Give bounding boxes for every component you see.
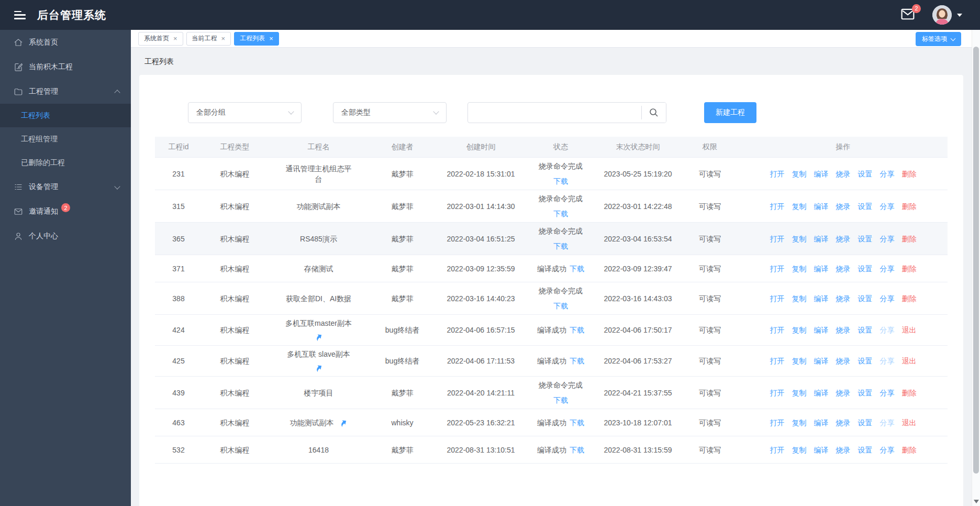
- download-link[interactable]: 下载: [570, 265, 584, 273]
- sidebar-item-home[interactable]: 系统首页: [0, 30, 131, 54]
- scrollbar-thumb[interactable]: [973, 47, 979, 474]
- action-settings[interactable]: 设置: [858, 234, 873, 244]
- action-burn[interactable]: 烧录: [836, 169, 851, 179]
- tab-close-icon[interactable]: ×: [269, 35, 273, 42]
- new-project-button[interactable]: 新建工程: [704, 102, 756, 123]
- action-delete[interactable]: 删除: [902, 201, 917, 212]
- action-settings[interactable]: 设置: [858, 325, 873, 335]
- action-burn[interactable]: 烧录: [836, 388, 851, 398]
- tab-close-icon[interactable]: ×: [221, 35, 226, 42]
- action-compile[interactable]: 编译: [814, 445, 829, 455]
- action-compile[interactable]: 编译: [814, 325, 829, 335]
- action-open[interactable]: 打开: [770, 201, 785, 212]
- action-copy[interactable]: 复制: [792, 356, 807, 366]
- action-burn[interactable]: 烧录: [836, 263, 851, 274]
- download-link[interactable]: 下载: [553, 176, 568, 186]
- action-share[interactable]: 分享: [880, 445, 895, 455]
- sidebar-item-project-list[interactable]: 工程列表: [0, 104, 131, 127]
- action-burn[interactable]: 烧录: [836, 445, 851, 455]
- download-link[interactable]: 下载: [570, 326, 584, 334]
- action-compile[interactable]: 编译: [814, 234, 829, 244]
- action-compile[interactable]: 编译: [814, 263, 829, 274]
- action-share[interactable]: 分享: [880, 263, 895, 274]
- action-exit[interactable]: 退出: [902, 325, 917, 335]
- download-link[interactable]: 下载: [570, 357, 584, 365]
- action-settings[interactable]: 设置: [858, 293, 873, 304]
- action-delete[interactable]: 删除: [902, 445, 917, 455]
- download-link[interactable]: 下载: [553, 301, 568, 311]
- action-delete[interactable]: 删除: [902, 234, 917, 244]
- action-share[interactable]: 分享: [880, 356, 895, 366]
- action-compile[interactable]: 编译: [814, 417, 829, 428]
- group-filter-select[interactable]: 全部分组: [188, 102, 302, 123]
- action-share[interactable]: 分享: [880, 388, 895, 398]
- search-input[interactable]: [468, 103, 641, 123]
- sidebar-item-invite-notice[interactable]: 邀请通知2: [0, 199, 131, 224]
- sidebar-item-project-group-management[interactable]: 工程组管理: [0, 127, 131, 151]
- action-burn[interactable]: 烧录: [836, 201, 851, 212]
- action-copy[interactable]: 复制: [792, 201, 807, 212]
- action-copy[interactable]: 复制: [792, 263, 807, 274]
- action-open[interactable]: 打开: [770, 169, 785, 179]
- action-compile[interactable]: 编译: [814, 169, 829, 179]
- action-open[interactable]: 打开: [770, 325, 785, 335]
- vertical-scrollbar[interactable]: [972, 30, 980, 506]
- tag-options-button[interactable]: 标签选项: [916, 32, 961, 46]
- action-settings[interactable]: 设置: [858, 388, 873, 398]
- hamburger-menu-icon[interactable]: [14, 11, 26, 19]
- download-link[interactable]: 下载: [553, 395, 568, 405]
- avatar[interactable]: [932, 5, 952, 25]
- action-exit[interactable]: 退出: [902, 417, 917, 428]
- action-burn[interactable]: 烧录: [836, 234, 851, 244]
- type-filter-select[interactable]: 全部类型: [333, 102, 447, 123]
- action-exit[interactable]: 退出: [902, 356, 917, 366]
- action-open[interactable]: 打开: [770, 263, 785, 274]
- action-settings[interactable]: 设置: [858, 169, 873, 179]
- sidebar-item-profile[interactable]: 个人中心: [0, 224, 131, 248]
- action-burn[interactable]: 烧录: [836, 325, 851, 335]
- sidebar-item-device-management[interactable]: 设备管理: [0, 174, 131, 199]
- download-link[interactable]: 下载: [570, 446, 584, 454]
- sidebar-item-deleted-projects[interactable]: 已删除的工程: [0, 151, 131, 174]
- action-copy[interactable]: 复制: [792, 417, 807, 428]
- action-delete[interactable]: 删除: [902, 263, 917, 274]
- action-delete[interactable]: 删除: [902, 388, 917, 398]
- action-settings[interactable]: 设置: [858, 263, 873, 274]
- action-open[interactable]: 打开: [770, 388, 785, 398]
- action-share[interactable]: 分享: [880, 169, 895, 179]
- avatar-dropdown-caret-icon[interactable]: [957, 14, 962, 17]
- sidebar-item-current-block-project[interactable]: 当前积木工程: [0, 54, 131, 79]
- action-burn[interactable]: 烧录: [836, 356, 851, 366]
- action-burn[interactable]: 烧录: [836, 293, 851, 304]
- action-compile[interactable]: 编译: [814, 201, 829, 212]
- download-link[interactable]: 下载: [553, 208, 568, 219]
- action-settings[interactable]: 设置: [858, 417, 873, 428]
- download-link[interactable]: 下载: [570, 419, 584, 427]
- action-compile[interactable]: 编译: [814, 388, 829, 398]
- message-button[interactable]: 2: [901, 8, 915, 22]
- tab-工程列表[interactable]: 工程列表×: [234, 32, 279, 46]
- action-open[interactable]: 打开: [770, 445, 785, 455]
- action-compile[interactable]: 编译: [814, 293, 829, 304]
- action-share[interactable]: 分享: [880, 417, 895, 428]
- search-button[interactable]: [642, 103, 666, 123]
- action-open[interactable]: 打开: [770, 234, 785, 244]
- action-open[interactable]: 打开: [770, 356, 785, 366]
- action-compile[interactable]: 编译: [814, 356, 829, 366]
- action-copy[interactable]: 复制: [792, 388, 807, 398]
- action-burn[interactable]: 烧录: [836, 417, 851, 428]
- scrollbar-arrow-down-icon[interactable]: [974, 500, 979, 503]
- action-delete[interactable]: 删除: [902, 293, 917, 304]
- action-copy[interactable]: 复制: [792, 445, 807, 455]
- action-open[interactable]: 打开: [770, 417, 785, 428]
- action-copy[interactable]: 复制: [792, 325, 807, 335]
- action-share[interactable]: 分享: [880, 325, 895, 335]
- action-settings[interactable]: 设置: [858, 445, 873, 455]
- action-copy[interactable]: 复制: [792, 293, 807, 304]
- action-share[interactable]: 分享: [880, 234, 895, 244]
- download-link[interactable]: 下载: [553, 241, 568, 251]
- tab-close-icon[interactable]: ×: [173, 35, 177, 42]
- sidebar-item-project-management[interactable]: 工程管理: [0, 79, 131, 104]
- action-delete[interactable]: 删除: [902, 169, 917, 179]
- action-share[interactable]: 分享: [880, 293, 895, 304]
